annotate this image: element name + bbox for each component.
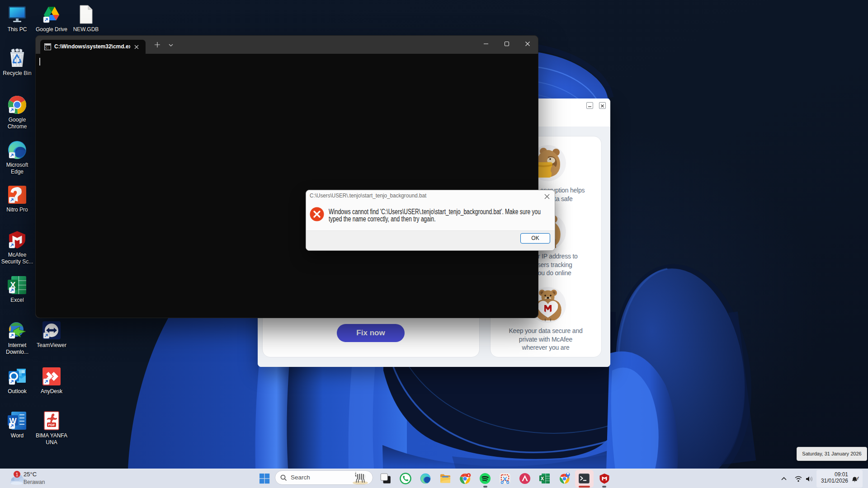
- svg-text:PDF: PDF: [48, 423, 55, 427]
- svg-text:1: 1: [15, 472, 18, 477]
- svg-text:z: z: [858, 476, 859, 479]
- svg-text:X: X: [541, 476, 544, 481]
- svg-text:C:: C:: [45, 46, 49, 50]
